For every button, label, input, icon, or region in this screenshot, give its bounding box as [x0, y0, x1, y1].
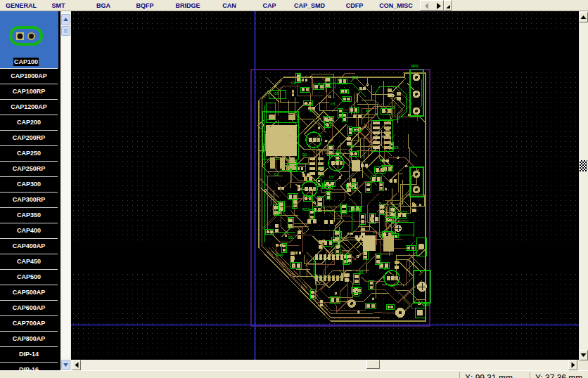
- svg-text:U3: U3: [394, 145, 399, 150]
- svg-text:R2: R2: [380, 158, 385, 163]
- svg-text:TX0: TX0: [334, 230, 341, 235]
- svg-text:C8: C8: [291, 81, 296, 86]
- svg-text:D4: D4: [384, 266, 389, 271]
- svg-text:U5: U5: [329, 175, 334, 180]
- svg-text:C10: C10: [352, 75, 359, 80]
- svg-text:C6: C6: [274, 91, 279, 96]
- svg-text:R7: R7: [366, 109, 371, 114]
- svg-text:C3: C3: [390, 105, 395, 110]
- svg-text:Q3: Q3: [359, 271, 364, 275]
- svg-text:R6: R6: [350, 144, 355, 149]
- svg-text:Q1: Q1: [302, 152, 307, 157]
- svg-text:C5: C5: [331, 102, 335, 107]
- svg-text:RP0: RP0: [411, 64, 418, 69]
- svg-text:D10: D10: [318, 82, 325, 87]
- svg-text:Q2: Q2: [336, 150, 341, 155]
- svg-text:C2: C2: [274, 172, 279, 177]
- svg-text:K1: K1: [309, 109, 314, 114]
- svg-text:RED: RED: [392, 216, 400, 221]
- svg-text:R40: R40: [276, 253, 283, 258]
- svg-text:D2: D2: [288, 235, 293, 240]
- svg-text:R30: R30: [352, 207, 359, 212]
- svg-text:R22: R22: [302, 207, 309, 212]
